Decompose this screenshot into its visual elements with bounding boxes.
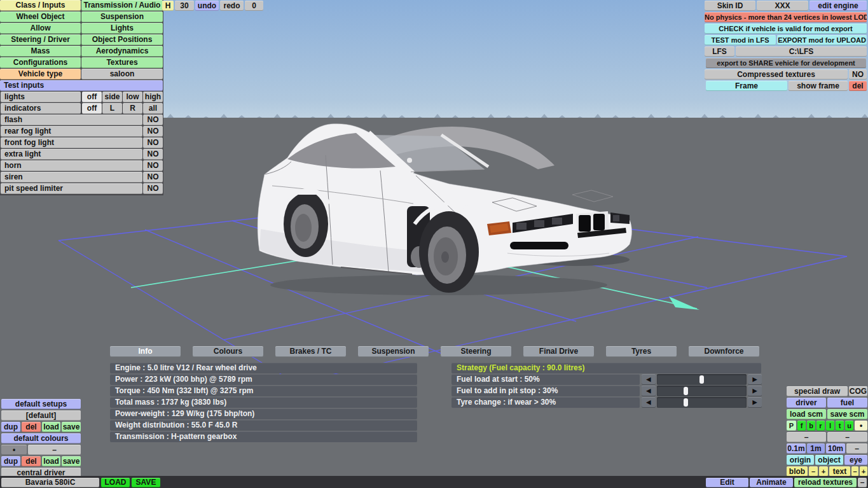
tool-glyph-r3-button[interactable]: •	[855, 421, 867, 431]
tool-glyph-r7-button[interactable]: –	[851, 466, 858, 477]
menu-item-aerodynamics[interactable]: Aerodynamics	[81, 46, 163, 57]
tab-colours[interactable]: Colours	[193, 346, 263, 357]
tool-origin-button[interactable]: origin	[787, 455, 814, 465]
default-setups-header[interactable]: default setups	[1, 399, 81, 409]
tool-blob-button[interactable]: blob	[787, 466, 808, 477]
test-input-toggle-siren[interactable]: NO	[143, 172, 163, 183]
menu-item-steering-driver[interactable]: Steering / Driver	[0, 34, 81, 45]
tab-info[interactable]: Info	[110, 346, 181, 357]
tool-p-button[interactable]: P	[787, 421, 796, 431]
tool-t-button[interactable]: t	[836, 421, 844, 431]
reload-textures-button[interactable]: reload textures	[794, 478, 857, 487]
lights-option-low[interactable]: low	[123, 92, 142, 102]
tab-suspension[interactable]: Suspension	[358, 346, 429, 357]
edit-mode-button[interactable]: Edit	[706, 478, 748, 487]
compressed-textures-toggle[interactable]: NO	[849, 69, 867, 80]
animate-mode-button[interactable]: Animate	[750, 478, 793, 487]
setup-load-button[interactable]: load	[42, 422, 60, 432]
test-input-toggle-pit-speed-limiter[interactable]: NO	[143, 183, 163, 194]
tool-save-scm-button[interactable]: save scm	[827, 409, 867, 419]
tab-downforce[interactable]: Downforce	[689, 346, 759, 357]
test-input-toggle-extra-light[interactable]: NO	[143, 149, 163, 160]
lights-option-side[interactable]: side	[102, 92, 122, 102]
save-vehicle-button[interactable]: SAVE	[132, 478, 160, 487]
lights-option-high[interactable]: high	[143, 92, 163, 102]
redo-button[interactable]: redo	[220, 1, 244, 11]
colour-del-button[interactable]: del	[22, 456, 41, 466]
menu-item-mass[interactable]: Mass	[0, 46, 81, 57]
tool-load-scm-button[interactable]: load scm	[787, 409, 826, 419]
slider-track-1[interactable]	[657, 386, 747, 396]
indicators-option-l[interactable]: L	[102, 103, 122, 114]
tool-f-button[interactable]: f	[797, 421, 806, 431]
tool-0-1m-button[interactable]: 0.1m	[787, 443, 806, 454]
test-input-toggle-front-fog-light[interactable]: NO	[143, 137, 163, 148]
menu-item-configurations[interactable]: Configurations	[0, 57, 81, 68]
skin-id-value[interactable]: XXX	[757, 1, 808, 11]
skin-id-button[interactable]: Skin ID	[705, 1, 755, 11]
tool-glyph-r4-button[interactable]: –	[827, 432, 867, 442]
default-colours-header[interactable]: default colours	[1, 433, 81, 443]
share-export-button[interactable]: export to SHARE vehicle for development	[706, 58, 866, 68]
slider-decrease-1[interactable]: ◀	[642, 386, 656, 396]
menu-item-object-positions[interactable]: Object Positions	[81, 34, 163, 45]
check-valid-button[interactable]: CHECK if vehicle is valid for mod export	[705, 24, 867, 34]
current-setup[interactable]: [default]	[1, 410, 81, 421]
slider-increase-2[interactable]: ▶	[748, 397, 762, 408]
setup-dup-button[interactable]: dup	[1, 422, 20, 432]
tool-glyph-r7-button[interactable]: –	[809, 466, 818, 477]
handle-button[interactable]: H	[162, 1, 174, 11]
tool-glyph-r5-button[interactable]: –	[846, 443, 867, 454]
load-vehicle-button[interactable]: LOAD	[101, 478, 130, 487]
indicators-option-all[interactable]: all	[143, 103, 163, 114]
test-input-toggle-flash[interactable]: NO	[143, 115, 163, 125]
setup-del-button[interactable]: del	[22, 422, 41, 432]
slider-thumb-1[interactable]	[684, 387, 688, 395]
colour-save-button[interactable]: save	[62, 456, 81, 466]
undo-button[interactable]: undo	[195, 1, 219, 11]
slider-decrease-0[interactable]: ◀	[642, 374, 656, 385]
edit-engine-button[interactable]: edit engine	[809, 1, 867, 11]
tool-b-button[interactable]: b	[807, 421, 815, 431]
tool-special-draw-button[interactable]: special draw	[787, 386, 848, 396]
slider-increase-0[interactable]: ▶	[748, 374, 762, 385]
menu-item-transmission-audio[interactable]: Transmission / Audio	[81, 0, 163, 11]
menu-item-textures[interactable]: Textures	[81, 57, 163, 68]
tab-tyres[interactable]: Tyres	[606, 346, 677, 357]
lights-option-off[interactable]: off	[82, 92, 102, 102]
colour-name-button[interactable]: –	[28, 445, 81, 455]
colour-load-button[interactable]: load	[42, 456, 60, 466]
export-mod-button[interactable]: EXPORT mod for UPLOAD	[777, 35, 867, 45]
tool-driver-button[interactable]: driver	[787, 398, 826, 408]
tool-cog-button[interactable]: COG	[849, 386, 867, 396]
tool-fuel-button[interactable]: fuel	[827, 398, 867, 408]
test-mod-button[interactable]: TEST mod in LFS	[705, 35, 776, 45]
tool-10m-button[interactable]: 10m	[826, 443, 845, 454]
indicators-option-r[interactable]: R	[123, 103, 142, 114]
frame-del-button[interactable]: del	[849, 81, 867, 91]
menu-item-vehicle-type[interactable]: Vehicle type	[0, 69, 81, 80]
lfs-path[interactable]: C:\LFS	[736, 46, 867, 57]
colour-dup-button[interactable]: dup	[1, 456, 20, 466]
tab-brakes-tc[interactable]: Brakes / TC	[275, 346, 346, 357]
frame-button[interactable]: Frame	[706, 81, 787, 91]
reload-minus-button[interactable]: –	[858, 478, 867, 487]
setup-save-button[interactable]: save	[62, 422, 81, 432]
slider-thumb-2[interactable]	[684, 398, 688, 407]
tool-1m-button[interactable]: 1m	[807, 443, 825, 454]
tool-object-button[interactable]: object	[815, 455, 843, 465]
colour-dot-button[interactable]: •	[1, 445, 27, 455]
tool-glyph-r4-button[interactable]: –	[787, 432, 826, 442]
menu-item-class-inputs[interactable]: Class / Inputs	[0, 0, 81, 11]
redo-count[interactable]: 0	[245, 1, 263, 11]
tool-u-button[interactable]: u	[845, 421, 853, 431]
menu-item-saloon[interactable]: saloon	[81, 69, 163, 80]
lfs-button[interactable]: LFS	[705, 46, 734, 57]
tool-text-button[interactable]: text	[829, 466, 850, 477]
slider-track-0[interactable]	[657, 374, 747, 385]
slider-decrease-2[interactable]: ◀	[642, 397, 656, 408]
slider-increase-1[interactable]: ▶	[748, 386, 762, 396]
tool-glyph-r7-button[interactable]: +	[819, 466, 828, 477]
tab-final-drive[interactable]: Final Drive	[523, 346, 594, 357]
tool-eye-button[interactable]: eye	[844, 455, 867, 465]
